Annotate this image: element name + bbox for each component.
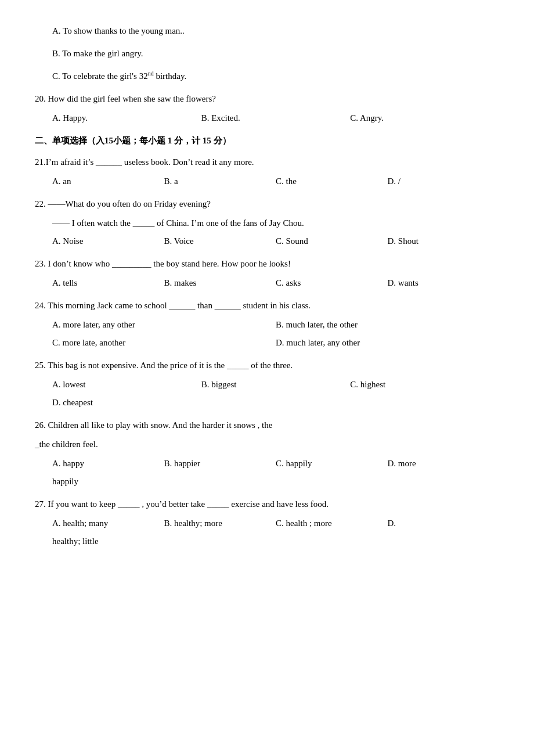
- q22-opt-a: A. Noise: [52, 233, 164, 249]
- q25-opt-a: A. lowest: [52, 377, 201, 393]
- q24-opt-d: D. much later, any other: [276, 335, 499, 351]
- q23-opt-c: C. asks: [276, 275, 388, 291]
- q21-opt-a: A. an: [52, 174, 164, 189]
- option-a-thanks: A. To show thanks to the young man..: [35, 23, 499, 39]
- question-24: 24. This morning Jack came to school ___…: [35, 298, 499, 351]
- q25-text: 25. This bag is not expensive. And the p…: [35, 358, 499, 373]
- q23-options: A. tells B. makes C. asks D. wants: [52, 275, 499, 291]
- q20-opt-b: B. Excited.: [201, 110, 351, 126]
- q24-opt-c: C. more late, another: [52, 335, 276, 351]
- question-26: 26. Children all like to play with snow.…: [35, 417, 499, 489]
- q26-opt-d2-row: happily: [52, 474, 499, 489]
- q23-opt-b: B. makes: [164, 275, 276, 291]
- q21-text: 21.I’m afraid it’s ______ useless book. …: [35, 154, 499, 170]
- q27-opt-d: D.: [388, 516, 500, 531]
- q25-opt-b: B. biggest: [201, 377, 351, 393]
- q24-text: 24. This morning Jack came to school ___…: [35, 298, 499, 314]
- q22-opt-c: C. Sound: [276, 233, 388, 249]
- q24-opt-a: A. more later, any other: [52, 317, 276, 333]
- q25-opt-c: C. highest: [350, 377, 499, 393]
- q20-opt-a: A. Happy.: [52, 110, 201, 126]
- question-20: 20. How did the girl feel when she saw t…: [35, 91, 499, 126]
- q20-opt-c: C. Angry.: [350, 110, 499, 126]
- q20-text: 20. How did the girl feel when she saw t…: [35, 91, 499, 107]
- q21-options: A. an B. a C. the D. /: [52, 174, 499, 189]
- q22-options: A. Noise B. Voice C. Sound D. Shout: [52, 233, 499, 249]
- option-b-angry-text: B. To make the girl angry.: [52, 49, 143, 58]
- q22-text: 22. ——What do you often do on Friday eve…: [35, 196, 499, 212]
- q24-options-row1: A. more later, any other B. much later, …: [52, 317, 499, 333]
- option-c-birthday: C. To celebrate the girl's 32nd birthday…: [35, 69, 499, 84]
- q27-opt-a: A. health; many: [52, 516, 164, 531]
- q20-options: A. Happy. B. Excited. C. Angry.: [52, 110, 499, 126]
- q26-opt-b: B. happier: [164, 456, 276, 471]
- question-27: 27. If you want to keep _____ , you’d be…: [35, 496, 499, 549]
- question-25: 25. This bag is not expensive. And the p…: [35, 358, 499, 411]
- question-23: 23. I don’t know who _________ the boy s…: [35, 256, 499, 291]
- q23-text: 23. I don’t know who _________ the boy s…: [35, 256, 499, 272]
- q24-options-row2: C. more late, another D. much later, any…: [52, 335, 499, 351]
- q26-opt-d: D. more: [388, 456, 500, 471]
- q26-text2: _the children feel.: [35, 437, 499, 452]
- q23-opt-a: A. tells: [52, 275, 164, 291]
- q26-opt-d2: happily: [52, 474, 499, 489]
- q21-opt-c: C. the: [276, 174, 388, 189]
- q21-opt-b: B. a: [164, 174, 276, 189]
- q24-opt-b: B. much later, the other: [276, 317, 499, 333]
- q27-opt-d2-row: healthy; little: [52, 534, 499, 549]
- q22-sub: —— I often watch the _____ of China. I’m…: [52, 215, 499, 231]
- q27-opt-d2: healthy; little: [52, 534, 499, 549]
- q26-opt-a: A. happy: [52, 456, 164, 471]
- q25-opt-d-row: D. cheapest: [52, 395, 499, 411]
- q22-opt-d: D. Shout: [388, 233, 500, 249]
- q26-text: 26. Children all like to play with snow.…: [35, 417, 499, 433]
- question-21: 21.I’m afraid it’s ______ useless book. …: [35, 154, 499, 189]
- option-a-thanks-text: A. To show thanks to the young man..: [52, 26, 185, 35]
- q27-options: A. health; many B. healthy; more C. heal…: [52, 516, 499, 531]
- q23-opt-d: D. wants: [388, 275, 500, 291]
- q27-opt-b: B. healthy; more: [164, 516, 276, 531]
- q22-opt-b: B. Voice: [164, 233, 276, 249]
- exam-content: A. To show thanks to the young man.. B. …: [35, 23, 499, 549]
- option-c-birthday-text: C. To celebrate the girl's 32nd birthday…: [52, 71, 186, 81]
- q27-text: 27. If you want to keep _____ , you’d be…: [35, 496, 499, 512]
- q25-options: A. lowest B. biggest C. highest: [52, 377, 499, 393]
- question-22: 22. ——What do you often do on Friday eve…: [35, 196, 499, 249]
- q26-options: A. happy B. happier C. happily D. more: [52, 456, 499, 471]
- q26-opt-c: C. happily: [276, 456, 388, 471]
- section-2-header: 二、单项选择（入15小题；每小题 1 分，计 15 分）: [35, 133, 499, 149]
- q21-opt-d: D. /: [388, 174, 500, 189]
- q27-opt-c: C. health ; more: [276, 516, 388, 531]
- q25-opt-d: D. cheapest: [52, 395, 499, 411]
- option-b-angry: B. To make the girl angry.: [35, 46, 499, 62]
